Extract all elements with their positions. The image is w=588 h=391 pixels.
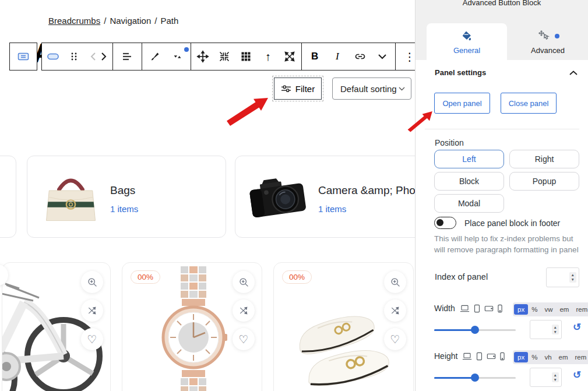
height-slider[interactable]: [434, 374, 516, 382]
panel-settings-heading[interactable]: Panel settings: [435, 68, 486, 77]
height-reset-icon[interactable]: ↺: [573, 370, 581, 380]
breadcrumb-separator: /: [104, 16, 106, 26]
button-block-icon-button[interactable]: [43, 47, 63, 66]
height-unit-selector: px % vh em rem: [513, 350, 588, 364]
footer-toggle-label: Place panel block in footer: [464, 219, 560, 228]
stepper-down-icon[interactable]: ▼: [571, 277, 575, 282]
device-icons: [460, 304, 503, 313]
position-label: Position: [435, 138, 464, 147]
tablet-icon[interactable]: [473, 304, 481, 313]
height-value-input[interactable]: ▲▼: [530, 368, 562, 387]
stepper-down-icon[interactable]: ▼: [554, 378, 557, 382]
filter-button[interactable]: Filter: [274, 78, 322, 100]
chevron-down-icon[interactable]: [372, 47, 392, 66]
position-block-button[interactable]: Block: [434, 172, 504, 191]
category-card-camera[interactable]: Camera &amp; Pho 1 items: [235, 156, 434, 238]
unit-rem[interactable]: rem: [572, 352, 588, 362]
stepper-arrows[interactable]: ▲▼: [552, 372, 559, 383]
wishlist-button[interactable]: ♡: [81, 328, 103, 350]
brush-icon[interactable]: [145, 47, 165, 66]
product-card-bike[interactable]: ♡: [2, 262, 111, 391]
phone-icon[interactable]: [497, 304, 503, 313]
stepper-arrows[interactable]: ▲▼: [569, 272, 576, 283]
wishlist-button[interactable]: ♡: [233, 328, 255, 350]
drag-handle-icon[interactable]: [64, 47, 84, 66]
product-card-shoes[interactable]: 00% ♡: [273, 262, 414, 391]
position-modal-button[interactable]: Modal: [434, 194, 504, 213]
sort-dropdown[interactable]: Default sorting: [332, 78, 411, 100]
wishlist-button[interactable]: ♡: [384, 328, 406, 350]
position-left-button[interactable]: Left: [434, 150, 504, 168]
tab-general[interactable]: General: [427, 23, 507, 61]
unit-px[interactable]: px: [514, 304, 528, 315]
italic-button[interactable]: I: [328, 47, 347, 66]
move-icon[interactable]: [193, 47, 213, 66]
stepper-up-icon[interactable]: ▲: [554, 325, 557, 330]
arrow-up-icon[interactable]: ↑: [258, 47, 278, 66]
compare-button[interactable]: [81, 300, 103, 322]
laptop-icon[interactable]: [462, 352, 472, 361]
quick-view-button[interactable]: [233, 271, 255, 293]
category-card-partial[interactable]: [0, 156, 16, 238]
category-items-link[interactable]: 1 items: [110, 204, 138, 214]
index-of-panel-label: Index of panel: [435, 272, 488, 281]
tablet-landscape-icon[interactable]: [487, 353, 496, 360]
index-of-panel-input[interactable]: ▲▼: [546, 267, 579, 287]
position-right-button[interactable]: Right: [509, 150, 579, 168]
tablet-icon[interactable]: [476, 352, 483, 361]
watch-product-image: [159, 266, 228, 391]
unit-rem[interactable]: rem: [572, 304, 588, 315]
category-card-bags[interactable]: Bags 1 items: [27, 156, 226, 238]
unit-em[interactable]: em: [555, 352, 572, 362]
unit-vw[interactable]: vw: [541, 304, 556, 315]
compare-button[interactable]: [384, 300, 406, 322]
chevron-down-icon: [399, 87, 405, 91]
compare-button[interactable]: [233, 300, 255, 322]
chevron-up-icon[interactable]: [569, 71, 578, 76]
stepper-up-icon[interactable]: ▲: [554, 373, 557, 378]
filter-button-label: Filter: [295, 84, 315, 94]
toolbar-group-style: [142, 43, 191, 70]
close-panel-button[interactable]: Close panel: [501, 93, 557, 114]
quick-view-button[interactable]: [81, 271, 103, 293]
move-block-buttons[interactable]: [86, 47, 111, 66]
unit-em[interactable]: em: [556, 304, 572, 315]
expand-icon[interactable]: [280, 47, 300, 66]
toolbar-parent-block-button[interactable]: [9, 43, 37, 71]
phone-icon[interactable]: [499, 352, 505, 361]
position-popup-button[interactable]: Popup: [509, 172, 579, 191]
divider: [425, 129, 579, 129]
grid-icon[interactable]: [236, 47, 256, 66]
link-icon[interactable]: [350, 47, 370, 66]
breadcrumb: Breadcrumbs/Navigation/Path: [48, 16, 178, 26]
width-reset-icon[interactable]: ↺: [573, 322, 581, 332]
unit-percent[interactable]: %: [528, 304, 541, 315]
breadcrumb-link[interactable]: Breadcrumbs: [48, 16, 100, 26]
color-gradient-icon[interactable]: [168, 47, 188, 66]
tablet-landscape-icon[interactable]: [484, 305, 494, 312]
unit-vh[interactable]: vh: [541, 352, 555, 362]
footer-toggle[interactable]: [434, 217, 456, 229]
discount-badge: 00%: [282, 270, 312, 284]
slider-thumb[interactable]: [471, 374, 479, 382]
laptop-icon[interactable]: [460, 304, 470, 313]
product-card-watch[interactable]: 00% ♡: [122, 262, 262, 391]
open-panel-button[interactable]: Open panel: [434, 93, 490, 114]
tab-advanced[interactable]: Advanced: [507, 23, 588, 61]
stepper-down-icon[interactable]: ▼: [554, 330, 557, 334]
unit-px[interactable]: px: [514, 352, 528, 362]
unit-percent[interactable]: %: [528, 352, 541, 362]
quick-view-button[interactable]: [384, 271, 406, 293]
footer-toggle-help: This will help to fix z-index problems b…: [434, 234, 582, 255]
buttons-block-icon: [16, 50, 30, 64]
slider-thumb[interactable]: [471, 326, 479, 334]
category-items-link[interactable]: 1 items: [318, 204, 346, 214]
width-slider[interactable]: [434, 326, 516, 334]
text-align-icon[interactable]: [117, 47, 137, 66]
bold-button[interactable]: B: [305, 47, 325, 66]
bag-product-image: [40, 167, 101, 228]
shrink-icon[interactable]: [214, 47, 234, 66]
stepper-up-icon[interactable]: ▲: [571, 273, 575, 277]
stepper-arrows[interactable]: ▲▼: [552, 325, 559, 335]
width-value-input[interactable]: ▲▼: [530, 320, 562, 339]
